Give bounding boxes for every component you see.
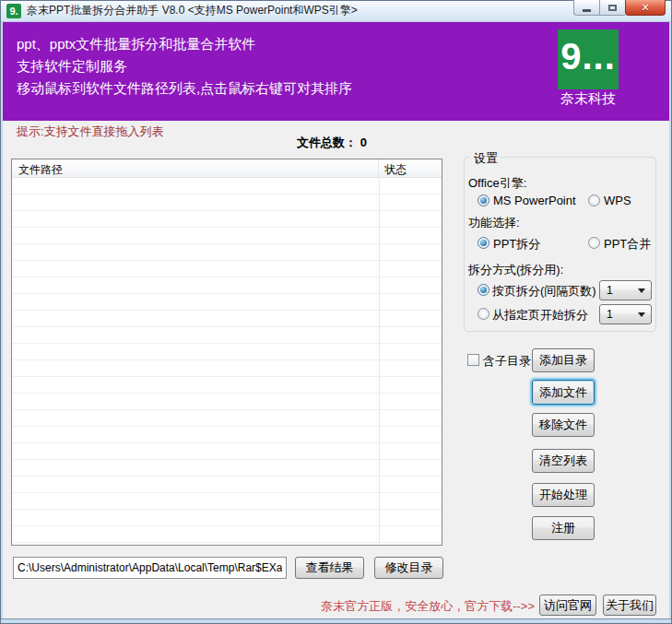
column-header-path[interactable]: 文件路径: [12, 159, 379, 177]
start-page-dropdown[interactable]: 1: [599, 304, 652, 324]
function-select-label: 功能选择:: [468, 215, 520, 231]
radio-split-from-page[interactable]: [477, 308, 489, 320]
file-counter-label: 文件总数：: [297, 135, 357, 149]
header-banner: ppt、pptx文件批量拆分和批量合并软件 支持软件定制服务 移动鼠标到软件文件…: [2, 22, 670, 121]
add-directory-button[interactable]: 添加目录: [532, 348, 595, 372]
window-edge-bottom: [1, 618, 671, 623]
column-header-status[interactable]: 状态: [379, 159, 442, 177]
clear-list-button[interactable]: 清空列表: [532, 449, 595, 473]
file-counter: 文件总数： 0: [297, 135, 367, 151]
window-title: 奈末PPT批量拆分合并助手 V8.0 <支持MS PowerPoint和WPS引…: [27, 3, 358, 18]
column-separator: [379, 178, 380, 545]
radio-wps-label[interactable]: WPS: [604, 194, 631, 207]
app-window: 9. 奈末PPT批量拆分合并助手 V8.0 <支持MS PowerPoint和W…: [0, 0, 672, 624]
radio-ppt-merge-label[interactable]: PPT合并: [604, 236, 651, 253]
page-interval-dropdown[interactable]: 1: [599, 280, 652, 300]
radio-split-by-page-label[interactable]: 按页拆分(间隔页数): [492, 283, 596, 300]
start-processing-button[interactable]: 开始处理: [532, 483, 595, 507]
register-button[interactable]: 注册: [532, 516, 595, 540]
banner-line-2: 支持软件定制服务: [17, 55, 352, 77]
file-list-header: 文件路径 状态: [12, 159, 442, 178]
app-logo-icon: 9.: [6, 4, 21, 18]
radio-split-from-page-label[interactable]: 从指定页开始拆分: [492, 307, 588, 324]
brand-name: 奈末科技: [544, 90, 632, 108]
radio-ms-powerpoint-label[interactable]: MS PowerPoint: [493, 194, 576, 207]
file-counter-value: 0: [360, 135, 367, 149]
close-icon: ✕: [641, 2, 649, 14]
minimize-button[interactable]: [573, 0, 600, 16]
maximize-button[interactable]: [600, 0, 625, 16]
radio-split-by-page[interactable]: [477, 284, 489, 296]
chevron-down-icon: [638, 288, 645, 293]
settings-group-title: 设置: [470, 150, 501, 167]
maximize-icon: [608, 5, 617, 11]
add-files-button[interactable]: 添加文件: [532, 380, 595, 405]
radio-wps[interactable]: [588, 194, 600, 206]
visit-website-button[interactable]: 访问官网: [539, 595, 596, 616]
split-mode-label: 拆分方式(拆分用):: [468, 262, 563, 278]
window-controls: ✕: [573, 0, 666, 16]
page-interval-value: 1: [607, 284, 613, 297]
brand-logo-icon: 9...: [558, 29, 619, 89]
change-directory-button[interactable]: 修改目录: [374, 557, 443, 579]
view-result-button[interactable]: 查看结果: [295, 557, 364, 579]
minimize-icon: [583, 9, 591, 12]
official-download-note: 奈末官方正版，安全放心，官方下载-->>: [277, 598, 535, 615]
remove-files-button[interactable]: 移除文件: [532, 413, 595, 437]
banner-line-1: ppt、pptx文件批量拆分和批量合并软件: [17, 33, 352, 55]
chevron-down-icon: [638, 312, 645, 317]
radio-ppt-merge[interactable]: [588, 237, 600, 249]
output-path-input[interactable]: [13, 557, 287, 579]
radio-ppt-split[interactable]: [477, 237, 489, 249]
radio-ppt-split-label[interactable]: PPT拆分: [493, 236, 540, 253]
drag-drop-tip: 提示:支持文件直接拖入列表: [17, 124, 164, 140]
include-subdir-checkbox[interactable]: [467, 354, 479, 366]
include-subdir-label[interactable]: 含子目录: [483, 353, 531, 370]
title-bar[interactable]: 9. 奈末PPT批量拆分合并助手 V8.0 <支持MS PowerPoint和W…: [0, 0, 672, 22]
about-us-button[interactable]: 关于我们: [603, 595, 656, 616]
radio-ms-powerpoint[interactable]: [477, 194, 489, 206]
close-button[interactable]: ✕: [625, 0, 666, 16]
banner-text: ppt、pptx文件批量拆分和批量合并软件 支持软件定制服务 移动鼠标到软件文件…: [17, 33, 352, 100]
file-list[interactable]: 文件路径 状态: [11, 159, 442, 546]
banner-line-3: 移动鼠标到软件文件路径列表,点击鼠标右键可对其排序: [17, 77, 352, 100]
office-engine-label: Office引擎:: [468, 175, 526, 192]
brand-logo-glyph: 9...: [560, 29, 616, 83]
start-page-value: 1: [607, 308, 613, 321]
file-list-body[interactable]: [12, 178, 442, 545]
